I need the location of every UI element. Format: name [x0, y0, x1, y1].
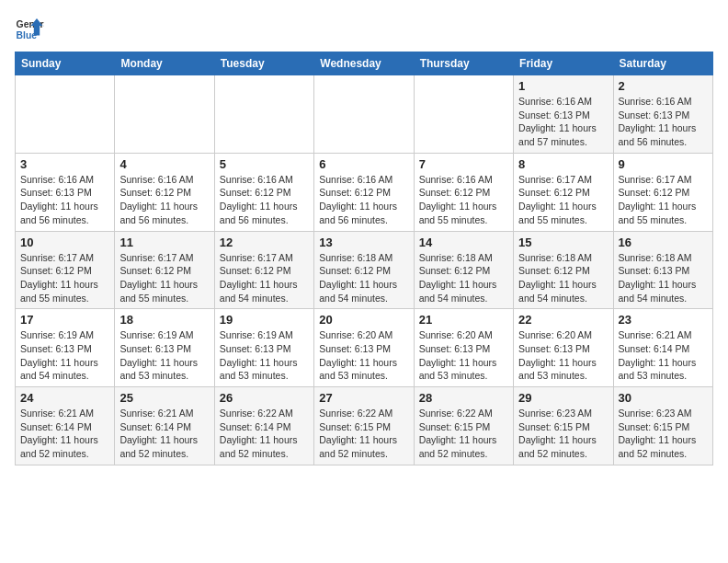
calendar-table: SundayMondayTuesdayWednesdayThursdayFrid…: [15, 52, 713, 465]
calendar-cell: 4Sunrise: 6:16 AM Sunset: 6:12 PM Daylig…: [115, 153, 214, 231]
day-info: Sunrise: 6:16 AM Sunset: 6:12 PM Dayligh…: [220, 173, 309, 227]
day-info: Sunrise: 6:19 AM Sunset: 6:13 PM Dayligh…: [220, 328, 309, 383]
calendar-week-2: 3Sunrise: 6:16 AM Sunset: 6:13 PM Daylig…: [16, 153, 713, 231]
calendar-cell: 6Sunrise: 6:16 AM Sunset: 6:12 PM Daylig…: [314, 153, 414, 231]
day-number: 2: [619, 79, 708, 93]
day-number: 1: [518, 79, 608, 93]
day-info: Sunrise: 6:16 AM Sunset: 6:12 PM Dayligh…: [419, 173, 508, 227]
calendar-cell: 18Sunrise: 6:19 AM Sunset: 6:13 PM Dayli…: [115, 309, 214, 387]
day-info: Sunrise: 6:17 AM Sunset: 6:12 PM Dayligh…: [220, 251, 309, 305]
calendar-cell: 12Sunrise: 6:17 AM Sunset: 6:12 PM Dayli…: [214, 231, 313, 309]
logo: General Blue: [15, 15, 44, 44]
day-number: 20: [319, 313, 408, 327]
calendar-cell: 3Sunrise: 6:16 AM Sunset: 6:13 PM Daylig…: [16, 153, 115, 231]
day-number: 5: [220, 157, 309, 171]
calendar-cell: [214, 75, 313, 154]
logo-icon: General Blue: [15, 15, 44, 44]
calendar-week-1: 1Sunrise: 6:16 AM Sunset: 6:13 PM Daylig…: [16, 75, 713, 154]
calendar-cell: 8Sunrise: 6:17 AM Sunset: 6:12 PM Daylig…: [514, 153, 613, 231]
calendar-cell: 13Sunrise: 6:18 AM Sunset: 6:12 PM Dayli…: [314, 231, 414, 309]
day-number: 18: [119, 313, 209, 327]
weekday-header-tuesday: Tuesday: [214, 52, 313, 75]
day-number: 17: [20, 313, 109, 327]
weekday-header-saturday: Saturday: [613, 52, 712, 75]
calendar-cell: 29Sunrise: 6:23 AM Sunset: 6:15 PM Dayli…: [514, 387, 613, 465]
day-info: Sunrise: 6:16 AM Sunset: 6:12 PM Dayligh…: [119, 173, 209, 227]
calendar-cell: 2Sunrise: 6:16 AM Sunset: 6:13 PM Daylig…: [613, 75, 712, 154]
calendar-cell: 30Sunrise: 6:23 AM Sunset: 6:15 PM Dayli…: [613, 387, 712, 465]
day-number: 7: [419, 157, 508, 171]
weekday-header-sunday: Sunday: [16, 52, 115, 75]
calendar-cell: [314, 75, 414, 154]
day-number: 16: [619, 236, 708, 249]
calendar-cell: [115, 75, 214, 154]
day-info: Sunrise: 6:16 AM Sunset: 6:13 PM Dayligh…: [20, 173, 109, 227]
day-info: Sunrise: 6:18 AM Sunset: 6:13 PM Dayligh…: [619, 251, 708, 305]
calendar-cell: 15Sunrise: 6:18 AM Sunset: 6:12 PM Dayli…: [514, 231, 613, 309]
day-info: Sunrise: 6:18 AM Sunset: 6:12 PM Dayligh…: [419, 251, 508, 305]
day-info: Sunrise: 6:16 AM Sunset: 6:12 PM Dayligh…: [319, 173, 408, 227]
day-number: 12: [220, 236, 309, 249]
day-number: 30: [619, 391, 708, 405]
weekday-header-monday: Monday: [115, 52, 214, 75]
day-info: Sunrise: 6:20 AM Sunset: 6:13 PM Dayligh…: [419, 328, 508, 383]
calendar-cell: 21Sunrise: 6:20 AM Sunset: 6:13 PM Dayli…: [414, 309, 513, 387]
calendar-cell: 14Sunrise: 6:18 AM Sunset: 6:12 PM Dayli…: [414, 231, 513, 309]
day-info: Sunrise: 6:23 AM Sunset: 6:15 PM Dayligh…: [518, 407, 608, 461]
day-info: Sunrise: 6:19 AM Sunset: 6:13 PM Dayligh…: [119, 328, 209, 383]
calendar-cell: 7Sunrise: 6:16 AM Sunset: 6:12 PM Daylig…: [414, 153, 513, 231]
calendar-cell: 24Sunrise: 6:21 AM Sunset: 6:14 PM Dayli…: [16, 387, 115, 465]
day-info: Sunrise: 6:22 AM Sunset: 6:15 PM Dayligh…: [419, 407, 508, 461]
page-header: General Blue: [15, 15, 713, 44]
day-info: Sunrise: 6:21 AM Sunset: 6:14 PM Dayligh…: [20, 407, 109, 461]
calendar-week-5: 24Sunrise: 6:21 AM Sunset: 6:14 PM Dayli…: [16, 387, 713, 465]
day-number: 27: [319, 391, 408, 405]
day-number: 14: [419, 236, 508, 249]
weekday-header-row: SundayMondayTuesdayWednesdayThursdayFrid…: [16, 52, 713, 75]
day-info: Sunrise: 6:23 AM Sunset: 6:15 PM Dayligh…: [619, 407, 708, 461]
calendar-week-4: 17Sunrise: 6:19 AM Sunset: 6:13 PM Dayli…: [16, 309, 713, 387]
day-number: 21: [419, 313, 508, 327]
calendar-cell: 23Sunrise: 6:21 AM Sunset: 6:14 PM Dayli…: [613, 309, 712, 387]
day-info: Sunrise: 6:16 AM Sunset: 6:13 PM Dayligh…: [518, 95, 608, 149]
calendar-cell: 19Sunrise: 6:19 AM Sunset: 6:13 PM Dayli…: [214, 309, 313, 387]
day-info: Sunrise: 6:16 AM Sunset: 6:13 PM Dayligh…: [619, 95, 708, 149]
day-info: Sunrise: 6:20 AM Sunset: 6:13 PM Dayligh…: [518, 328, 608, 383]
day-number: 13: [319, 236, 408, 249]
day-info: Sunrise: 6:19 AM Sunset: 6:13 PM Dayligh…: [20, 328, 109, 383]
weekday-header-friday: Friday: [514, 52, 613, 75]
calendar-cell: [16, 75, 115, 154]
day-number: 11: [119, 236, 209, 249]
day-info: Sunrise: 6:21 AM Sunset: 6:14 PM Dayligh…: [119, 407, 209, 461]
day-number: 23: [619, 313, 708, 327]
day-info: Sunrise: 6:18 AM Sunset: 6:12 PM Dayligh…: [518, 251, 608, 305]
day-info: Sunrise: 6:20 AM Sunset: 6:13 PM Dayligh…: [319, 328, 408, 383]
day-number: 19: [220, 313, 309, 327]
day-number: 24: [20, 391, 109, 405]
day-number: 28: [419, 391, 508, 405]
day-number: 25: [119, 391, 209, 405]
day-number: 6: [319, 157, 408, 171]
day-number: 10: [20, 236, 109, 249]
day-info: Sunrise: 6:17 AM Sunset: 6:12 PM Dayligh…: [518, 173, 608, 227]
day-info: Sunrise: 6:17 AM Sunset: 6:12 PM Dayligh…: [619, 173, 708, 227]
calendar-cell: 26Sunrise: 6:22 AM Sunset: 6:14 PM Dayli…: [214, 387, 313, 465]
weekday-header-thursday: Thursday: [414, 52, 513, 75]
day-number: 15: [518, 236, 608, 249]
day-info: Sunrise: 6:18 AM Sunset: 6:12 PM Dayligh…: [319, 251, 408, 305]
weekday-header-wednesday: Wednesday: [314, 52, 414, 75]
calendar-cell: 16Sunrise: 6:18 AM Sunset: 6:13 PM Dayli…: [613, 231, 712, 309]
day-info: Sunrise: 6:17 AM Sunset: 6:12 PM Dayligh…: [119, 251, 209, 305]
calendar-cell: 22Sunrise: 6:20 AM Sunset: 6:13 PM Dayli…: [514, 309, 613, 387]
calendar-cell: [414, 75, 513, 154]
calendar-cell: 10Sunrise: 6:17 AM Sunset: 6:12 PM Dayli…: [16, 231, 115, 309]
calendar-cell: 28Sunrise: 6:22 AM Sunset: 6:15 PM Dayli…: [414, 387, 513, 465]
calendar-cell: 9Sunrise: 6:17 AM Sunset: 6:12 PM Daylig…: [613, 153, 712, 231]
calendar-cell: 5Sunrise: 6:16 AM Sunset: 6:12 PM Daylig…: [214, 153, 313, 231]
day-info: Sunrise: 6:22 AM Sunset: 6:14 PM Dayligh…: [220, 407, 309, 461]
day-number: 29: [518, 391, 608, 405]
calendar-cell: 17Sunrise: 6:19 AM Sunset: 6:13 PM Dayli…: [16, 309, 115, 387]
calendar-cell: 11Sunrise: 6:17 AM Sunset: 6:12 PM Dayli…: [115, 231, 214, 309]
day-number: 26: [220, 391, 309, 405]
day-number: 22: [518, 313, 608, 327]
